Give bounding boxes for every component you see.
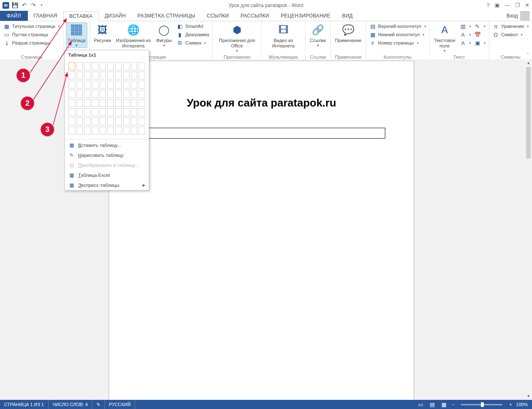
page-break-label: Разрыв страницы [12,40,49,45]
status-proofing[interactable]: ✎ [92,400,105,409]
dropcap-button[interactable]: A▾ [459,39,472,47]
maximize-icon[interactable]: ❐ [515,2,520,8]
undo-icon[interactable]: ↶ [21,2,27,9]
online-video-button[interactable]: 🎞Видео из Интернета [264,22,302,50]
group-apps: ⬢Приложения для Office▼ Приложения [213,21,261,60]
quick-access-toolbar: W 💾 ↶ ↷ ▾ [0,2,44,9]
tab-layout[interactable]: РАЗМЕТКА СТРАНИЦЫ [132,11,201,21]
apps-button[interactable]: ⬢Приложения для Office▼ [215,22,259,53]
shapes-label: Фигуры [156,38,172,43]
zoom-knob[interactable] [481,402,484,407]
group-links: 🔗Ссылки▼ Ссылки [305,21,331,60]
word-icon: W [2,2,9,9]
page-break-button[interactable]: ⤓Разрыв страницы [2,39,61,47]
smartart-label: SmartArt [185,24,203,29]
tab-insert[interactable]: ВСТАВКА [63,11,99,21]
read-mode-icon[interactable]: ▭ [417,401,424,408]
redo-icon[interactable]: ↷ [30,2,37,9]
status-bar: СТРАНИЦА 1 ИЗ 1 ЧИСЛО СЛОВ: 4 ✎ РУССКИЙ … [0,400,532,409]
zoom-slider[interactable] [461,404,502,405]
table-size-grid[interactable] [65,59,149,138]
close-icon[interactable]: ✕ [525,2,530,8]
tab-home[interactable]: ГЛАВНАЯ [28,11,63,21]
vertical-scrollbar[interactable]: ▲ ▼ [525,59,532,400]
submenu-arrow-icon: ▶ [143,183,145,187]
quickparts-button[interactable]: ▥▾ [459,22,472,30]
tab-mailings[interactable]: РАССЫЛКИ [235,11,275,21]
equation-button[interactable]: πУравнение▾ [492,22,530,30]
tab-review[interactable]: РЕЦЕНЗИРОВАНИЕ [275,11,336,21]
chart-button[interactable]: ▮Диаграмма [176,31,210,38]
page-number-button[interactable]: #Номер страницы▾ [369,39,427,47]
group-text-label: Текст [432,54,486,59]
tab-design[interactable]: ДИЗАЙН [99,11,132,21]
blank-page-button[interactable]: ▭Пустая страница [2,31,61,38]
table-button[interactable]: Таблица ▼ [66,22,87,48]
header-button[interactable]: ▤Верхний колонтитул▾ [369,22,427,30]
minimize-icon[interactable]: — [505,2,510,8]
links-button[interactable]: 🔗Ссылки▼ [308,22,328,48]
help-icon[interactable]: ? [487,2,490,8]
shapes-icon: ◯ [158,23,171,37]
chart-icon: ▮ [177,31,183,38]
datetime-icon: 📅 [474,31,481,38]
screenshot-button[interactable]: ⧉Снимок▾ [176,39,210,47]
group-apps-label: Приложения [215,54,259,59]
group-headerfooter-label: Колонтитулы [369,54,427,59]
scroll-up-icon[interactable]: ▲ [525,59,532,67]
scroll-thumb[interactable] [526,67,531,159]
draw-table-item[interactable]: ✎Нарисовать таблицу [65,150,149,160]
print-layout-icon[interactable]: ▤ [429,401,436,408]
group-comments: 💬Примечание Примечания [331,21,366,60]
footer-button[interactable]: ▦Нижний колонтитул▾ [369,31,427,38]
wordart-button[interactable]: A▾ [459,31,472,38]
document-page[interactable]: Урок для сайта paratapok.ru [109,61,414,400]
page-number-label: Номер страницы [378,40,414,45]
save-icon[interactable]: 💾 [12,2,18,9]
zoom-out-icon[interactable]: − [452,402,454,407]
textbox-button[interactable]: AТекстовое поле▼ [432,22,457,53]
signature-button[interactable]: ✎▾ [473,22,486,30]
ribbon-display-icon[interactable]: ▣ [495,2,500,8]
symbol-button[interactable]: ΩСимвол▾ [492,31,530,38]
apps-icon: ⬢ [230,23,244,37]
tab-view[interactable]: ВИД [336,11,359,21]
pictures-icon: 🖼 [96,23,109,37]
online-pictures-button[interactable]: 🌐Изображения из Интернета [114,22,153,50]
excel-table-item[interactable]: ▦Таблица Excel [65,170,149,180]
title-bar: W 💾 ↶ ↷ ▾ Урок для сайта paratapok - Wor… [0,0,532,11]
group-text: AТекстовое поле▼ ▥▾ A▾ A▾ ✎▾ 📅 ▣▾ Текст [430,21,489,60]
qat-customize-icon[interactable]: ▾ [39,3,44,7]
shapes-button[interactable]: ◯Фигуры▼ [154,22,174,48]
document-table-cell[interactable] [137,128,385,139]
page-number-icon: # [369,40,376,46]
window-controls: ? ▣ — ❐ ✕ [487,0,530,10]
status-page[interactable]: СТРАНИЦА 1 ИЗ 1 [0,400,49,409]
web-layout-icon[interactable]: ▦ [440,401,448,408]
symbol-label: Символ [501,32,518,37]
object-button[interactable]: ▣▾ [473,39,486,47]
collapse-ribbon-icon[interactable]: ˆ [527,52,529,58]
status-words[interactable]: ЧИСЛО СЛОВ: 4 [49,400,93,409]
comment-button[interactable]: 💬Примечание [333,22,363,44]
smartart-button[interactable]: ◧SmartArt [176,22,210,30]
zoom-value[interactable]: 100% [516,402,528,407]
table-menu-title: Таблица 1x1 [65,50,149,59]
pictures-button[interactable]: 🖼Рисунки [93,22,113,44]
sign-in[interactable]: Вход [507,11,530,21]
cover-page-button[interactable]: ▦Титульная страница▾ [2,22,61,30]
datetime-button[interactable]: 📅 [473,31,486,38]
cover-page-icon: ▦ [3,23,10,30]
quick-tables-icon: ▦ [68,182,75,188]
scroll-down-icon[interactable]: ▼ [525,393,532,400]
footer-icon: ▦ [369,31,376,38]
quick-tables-item[interactable]: ▦Экспресс-таблицы▶ [65,180,149,190]
group-comments-label: Примечания [333,54,363,59]
group-pages: ▦Титульная страница▾ ▭Пустая страница ⤓Р… [0,21,64,60]
status-language[interactable]: РУССКИЙ [105,400,135,409]
tab-references[interactable]: ССЫЛКИ [201,11,234,21]
insert-table-item[interactable]: ▦Вставить таблицу... [65,140,149,150]
zoom-in-icon[interactable]: + [509,402,512,407]
tab-file[interactable]: ФАЙЛ [0,11,28,21]
chart-label: Диаграмма [185,32,209,37]
